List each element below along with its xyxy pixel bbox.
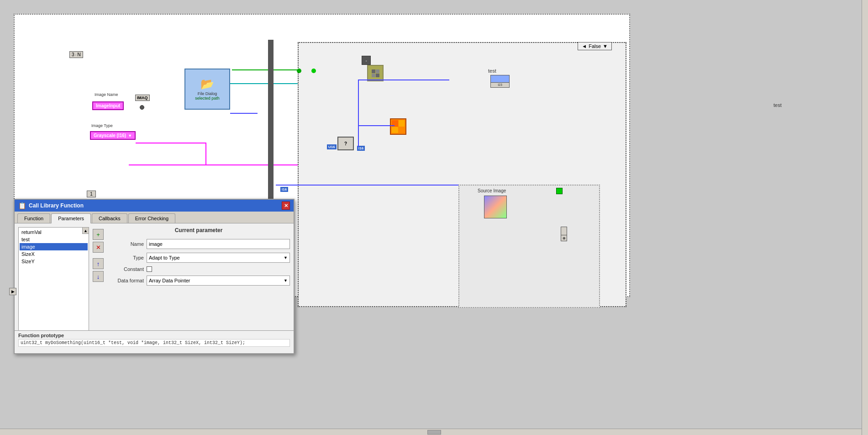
name-label: Name bbox=[107, 241, 144, 247]
param-form: Current parameter Name Type Adapt to Typ… bbox=[107, 227, 290, 347]
prototype-text: uint32_t myDoSomething(uint16_t *test, v… bbox=[18, 339, 290, 347]
param-item-test[interactable]: test bbox=[20, 236, 88, 243]
loop-v-line bbox=[268, 40, 269, 209]
dialog-title-icon: 📋 bbox=[18, 202, 26, 209]
name-input[interactable] bbox=[147, 239, 290, 249]
param-item-image[interactable]: image bbox=[20, 243, 88, 250]
grayscale-control[interactable]: Grayscale (I16) ▼ bbox=[90, 131, 136, 140]
type-select-arrow: ▼ bbox=[284, 255, 288, 260]
fc-wire-blue-1 bbox=[358, 80, 449, 80]
false-arrow-left[interactable]: ◄ bbox=[582, 43, 587, 49]
small-ctrl-2[interactable]: ⊕ bbox=[561, 235, 567, 241]
move-down-button[interactable]: ↓ bbox=[93, 271, 104, 282]
type-i16-left-edge: I16 bbox=[280, 187, 288, 192]
green-junction bbox=[297, 69, 301, 73]
file-dialog-output: selected path bbox=[195, 96, 220, 101]
constant-label: Constant bbox=[107, 266, 144, 272]
file-dialog-icon: 📂 bbox=[200, 78, 214, 90]
image-name-label: Image Name bbox=[95, 92, 118, 97]
orange-node[interactable] bbox=[390, 118, 406, 135]
dialog-title-group: 📋 Call Library Function bbox=[18, 202, 84, 209]
grayscale-dropdown-icon[interactable]: ▼ bbox=[128, 133, 132, 138]
main-canvas: 3 - N Image Name ImageInput Image Type G… bbox=[0, 0, 868, 435]
param-list-panel: returnVal test image SizeX SizeY bbox=[18, 227, 89, 347]
numeric-1: 1 bbox=[87, 191, 96, 197]
fc-wire-blue-v2 bbox=[358, 124, 359, 147]
fc-wire-blue-3 bbox=[276, 185, 468, 186]
dialog-titlebar: 📋 Call Library Function ✕ bbox=[15, 200, 294, 212]
bool-q-label: ? bbox=[344, 141, 347, 146]
numeric-3-n: 3 - N bbox=[69, 51, 83, 58]
data-format-row: Data format Array Data Pointer ▼ bbox=[107, 276, 290, 286]
test-label: test bbox=[773, 102, 782, 108]
scroll-up-arrow[interactable]: ▲ bbox=[82, 228, 89, 234]
function-prototype-section: Function prototype uint32_t myDoSomethin… bbox=[15, 330, 294, 353]
prototype-title: Function prototype bbox=[18, 333, 290, 338]
false-case-structure: ◄ False ▼ - bbox=[298, 42, 626, 307]
constant-checkbox[interactable] bbox=[147, 266, 152, 272]
false-label: ◄ False ▼ bbox=[578, 42, 612, 50]
main-v-scrollbar[interactable] bbox=[862, 0, 868, 435]
fc-wire-blue-v1 bbox=[358, 80, 359, 125]
wire-pink-h1 bbox=[136, 143, 206, 143]
grayscale-label: Grayscale (I16) bbox=[94, 133, 126, 138]
type-label: Type bbox=[107, 255, 144, 260]
dialog-title-text: Call Library Function bbox=[29, 202, 84, 209]
type-select-value: Adapt to Type bbox=[149, 255, 180, 260]
param-item-sizex[interactable]: SizeX bbox=[20, 250, 88, 258]
false-arrow-right[interactable]: ▼ bbox=[603, 43, 608, 49]
file-dialog-label: File Dialog bbox=[198, 91, 217, 96]
test-indicator: I23 bbox=[490, 75, 510, 88]
data-format-value: Array Data Pointer bbox=[149, 278, 190, 283]
type-select[interactable]: Adapt to Type ▼ bbox=[147, 253, 290, 263]
main-h-scrollbar[interactable] bbox=[0, 429, 868, 435]
param-buttons: + ✕ ↑ ↓ bbox=[93, 227, 104, 347]
add-param-button[interactable]: + bbox=[93, 229, 104, 240]
image-type-label: Image Type bbox=[91, 123, 113, 128]
tab-function[interactable]: Function bbox=[17, 213, 50, 223]
tab-error-checking[interactable]: Error Checking bbox=[128, 213, 175, 223]
delete-param-button[interactable]: ✕ bbox=[93, 242, 104, 253]
wire-pink-h2 bbox=[129, 164, 302, 165]
name-row: Name bbox=[107, 239, 290, 249]
numeric-n-label: N bbox=[78, 52, 81, 57]
type-row: Type Adapt to Type ▼ bbox=[107, 253, 290, 263]
tab-parameters[interactable]: Parameters bbox=[51, 213, 91, 223]
fc-wire-blue-2 bbox=[358, 125, 395, 126]
source-image-thumbnail bbox=[484, 196, 507, 218]
imaq-dot bbox=[140, 105, 144, 110]
tab-callbacks[interactable]: Callbacks bbox=[92, 213, 127, 223]
wire-pink-v1 bbox=[205, 143, 206, 165]
green-terminal-1 bbox=[556, 188, 563, 194]
numeric-3-value: 3 bbox=[72, 52, 74, 57]
param-item-sizey[interactable]: SizeY bbox=[20, 258, 88, 265]
wire-blue-h1 bbox=[230, 113, 258, 114]
green-junction-2 bbox=[311, 69, 316, 73]
test-label-fc: test bbox=[488, 68, 496, 74]
image-input-control[interactable]: ImageInput bbox=[92, 101, 124, 110]
type-i16-left: U16 bbox=[327, 144, 337, 149]
data-format-label: Data format bbox=[107, 278, 144, 283]
param-list: returnVal test image SizeX SizeY bbox=[19, 228, 89, 346]
current-parameter-title: Current parameter bbox=[107, 227, 290, 233]
move-up-button[interactable]: ↑ bbox=[93, 258, 104, 269]
call-library-function-dialog: 📋 Call Library Function ✕ Function Param… bbox=[14, 199, 295, 354]
dialog-close-button[interactable]: ✕ bbox=[282, 202, 290, 210]
small-ctrl-1[interactable] bbox=[561, 227, 567, 236]
scrollbar-thumb[interactable] bbox=[427, 430, 441, 435]
imaq-terminal: IMAQ bbox=[135, 95, 150, 101]
false-text: False bbox=[589, 43, 601, 49]
sub-panel: Source Image ⊕ bbox=[458, 185, 600, 308]
bool-question-node[interactable]: ? bbox=[337, 137, 354, 150]
data-format-select-arrow: ▼ bbox=[284, 278, 288, 283]
small-node-1: - bbox=[362, 56, 371, 65]
constant-row: Constant bbox=[107, 266, 290, 272]
file-dialog-node[interactable]: 📂 File Dialog selected path bbox=[184, 69, 230, 110]
source-image-label: Source Image bbox=[478, 188, 506, 193]
cluster-node-1[interactable] bbox=[367, 65, 384, 81]
data-format-select[interactable]: Array Data Pointer ▼ bbox=[147, 276, 290, 286]
left-edge-indicator[interactable]: ▶ bbox=[9, 288, 16, 295]
param-item-returnval[interactable]: returnVal bbox=[20, 228, 88, 236]
dialog-tabs: Function Parameters Callbacks Error Chec… bbox=[15, 212, 294, 223]
